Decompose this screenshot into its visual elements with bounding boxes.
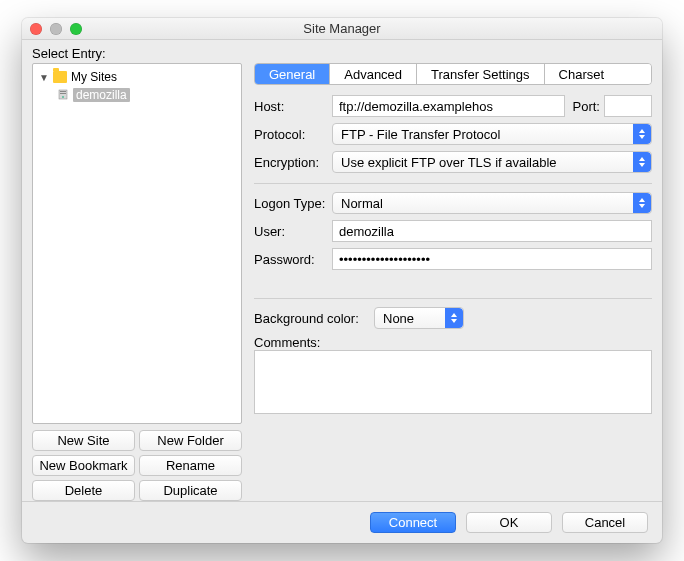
settings-tabs: General Advanced Transfer Settings Chars… [254, 63, 652, 85]
site-manager-window: Site Manager Select Entry: ▼ My Sites de… [22, 18, 662, 543]
tree-folder-row[interactable]: ▼ My Sites [33, 68, 241, 86]
divider [254, 298, 652, 299]
minimize-icon [50, 23, 62, 35]
password-label: Password: [254, 252, 332, 267]
chevron-updown-icon [445, 308, 463, 328]
port-label: Port: [573, 99, 600, 114]
right-panel: General Advanced Transfer Settings Chars… [242, 63, 652, 501]
user-label: User: [254, 224, 332, 239]
close-icon[interactable] [30, 23, 42, 35]
user-input[interactable] [332, 220, 652, 242]
encryption-select[interactable]: Use explicit FTP over TLS if available [332, 151, 652, 173]
server-icon [57, 89, 69, 101]
folder-icon [53, 71, 67, 83]
svg-point-3 [62, 96, 64, 98]
connect-button[interactable]: Connect [370, 512, 456, 533]
titlebar: Site Manager [22, 18, 662, 40]
logon-type-label: Logon Type: [254, 196, 332, 211]
delete-button[interactable]: Delete [32, 480, 135, 501]
protocol-label: Protocol: [254, 127, 332, 142]
port-input[interactable] [604, 95, 652, 117]
left-panel: ▼ My Sites demozilla New Site New Folder [32, 63, 242, 501]
encryption-label: Encryption: [254, 155, 332, 170]
chevron-updown-icon [633, 193, 651, 213]
new-site-button[interactable]: New Site [32, 430, 135, 451]
rename-button[interactable]: Rename [139, 455, 242, 476]
chevron-updown-icon [633, 124, 651, 144]
host-input[interactable] [332, 95, 565, 117]
svg-rect-1 [60, 91, 66, 92]
duplicate-button[interactable]: Duplicate [139, 480, 242, 501]
protocol-select[interactable]: FTP - File Transfer Protocol [332, 123, 652, 145]
tab-general[interactable]: General [255, 64, 330, 84]
bgcolor-label: Background color: [254, 311, 374, 326]
new-folder-button[interactable]: New Folder [139, 430, 242, 451]
tree-site-label: demozilla [73, 88, 130, 102]
cancel-button[interactable]: Cancel [562, 512, 648, 533]
comments-textarea[interactable] [254, 350, 652, 414]
svg-rect-2 [60, 93, 66, 94]
window-title: Site Manager [303, 21, 380, 36]
chevron-updown-icon [633, 152, 651, 172]
tab-transfer-settings[interactable]: Transfer Settings [417, 64, 545, 84]
ok-button[interactable]: OK [466, 512, 552, 533]
select-entry-label: Select Entry: [22, 40, 662, 63]
zoom-icon[interactable] [70, 23, 82, 35]
new-bookmark-button[interactable]: New Bookmark [32, 455, 135, 476]
window-controls [30, 23, 82, 35]
tree-site-row[interactable]: demozilla [33, 86, 241, 104]
tab-charset[interactable]: Charset [545, 64, 651, 84]
host-label: Host: [254, 99, 332, 114]
tab-advanced[interactable]: Advanced [330, 64, 417, 84]
bgcolor-select[interactable]: None [374, 307, 464, 329]
logon-type-select[interactable]: Normal [332, 192, 652, 214]
disclosure-triangle-icon[interactable]: ▼ [39, 72, 49, 83]
password-input[interactable] [332, 248, 652, 270]
tree-folder-label: My Sites [71, 70, 117, 84]
comments-label: Comments: [254, 335, 652, 350]
content-area: Select Entry: ▼ My Sites demozilla [22, 40, 662, 543]
divider [254, 183, 652, 184]
general-form: Host: Port: Protocol: FTP - File Transfe… [254, 85, 652, 417]
entry-buttons: New Site New Folder New Bookmark Rename … [32, 430, 242, 501]
dialog-footer: Connect OK Cancel [22, 501, 662, 543]
entry-tree[interactable]: ▼ My Sites demozilla [32, 63, 242, 424]
